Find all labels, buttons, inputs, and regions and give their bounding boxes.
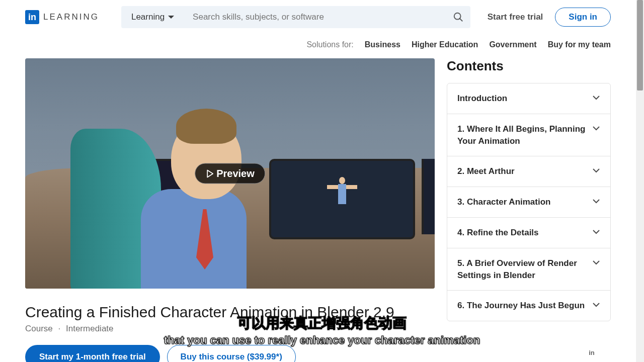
nav-higher-education[interactable]: Higher Education (412, 40, 478, 49)
start-trial-button[interactable]: Start my 1-month free trial (25, 345, 160, 362)
nav-buy-for-team[interactable]: Buy for my team (548, 40, 611, 49)
scrollbar-track[interactable] (636, 0, 644, 362)
sign-in-button[interactable]: Sign in (555, 8, 611, 27)
linkedin-logo-icon: in (25, 10, 39, 24)
separator: · (58, 324, 61, 333)
chevron-down-icon (592, 124, 600, 132)
section-refine-details[interactable]: 4. Refine the Details (447, 218, 610, 248)
course-meta: Course · Intermediate (25, 324, 435, 334)
scene-monitor (422, 159, 435, 234)
svg-line-1 (460, 19, 463, 22)
chevron-down-icon (592, 228, 600, 236)
section-label: 4. Refine the Details (457, 227, 586, 239)
svg-point-0 (454, 13, 461, 20)
logo[interactable]: in LEARNING (25, 10, 99, 24)
chevron-down-icon (592, 94, 600, 102)
search-button[interactable] (446, 6, 470, 28)
search-group: Learning (121, 6, 470, 28)
course-level: Intermediate (66, 324, 114, 333)
section-label: 1. Where It All Begins, Planning Your An… (457, 123, 586, 147)
caret-down-icon (168, 15, 175, 20)
dropdown-label: Learning (131, 12, 165, 22)
section-journey-begun[interactable]: 6. The Journey Has Just Begun (447, 291, 610, 321)
nav-government[interactable]: Government (489, 40, 536, 49)
section-label: Introduction (457, 93, 586, 105)
scene-character-hair (176, 109, 236, 144)
preview-label: Preview (216, 168, 255, 179)
chevron-down-icon (592, 166, 600, 174)
course-type: Course (25, 324, 53, 333)
chevron-down-icon (592, 197, 600, 205)
scrollbar-thumb[interactable] (637, 0, 643, 90)
search-input[interactable] (185, 6, 446, 28)
video-preview[interactable]: Preview (25, 58, 435, 289)
section-meet-arthur[interactable]: 2. Meet Arthur (447, 156, 610, 187)
buy-course-button[interactable]: Buy this course ($39.99*) (167, 345, 296, 362)
solutions-nav: Solutions for: Business Higher Education… (0, 34, 636, 58)
section-label: 2. Meet Arthur (457, 165, 586, 177)
search-icon (453, 12, 464, 23)
brand-text: LEARNING (43, 12, 99, 22)
preview-button[interactable]: Preview (195, 163, 265, 184)
section-render-settings[interactable]: 5. A Brief Overview of Render Settings i… (447, 248, 610, 291)
chevron-down-icon (592, 301, 600, 309)
chevron-down-icon (592, 258, 600, 266)
scene-tpose-figure (327, 174, 357, 214)
nav-business[interactable]: Business (365, 40, 400, 49)
play-icon (205, 169, 214, 178)
contents-accordion: Introduction 1. Where It All Begins, Pla… (447, 83, 611, 321)
section-planning[interactable]: 1. Where It All Begins, Planning Your An… (447, 114, 610, 157)
scene-character-body (141, 189, 247, 289)
solutions-label: Solutions for: (306, 40, 353, 49)
section-introduction[interactable]: Introduction (447, 83, 610, 114)
start-free-trial-link[interactable]: Start free trial (488, 12, 543, 22)
course-title: Creating a Finished Character Animation … (25, 304, 435, 321)
section-label: 6. The Journey Has Just Begun (457, 300, 586, 312)
contents-heading: Contents (447, 58, 611, 74)
section-character-animation[interactable]: 3. Character Animation (447, 187, 610, 218)
section-label: 5. A Brief Overview of Render Settings i… (457, 257, 586, 282)
section-label: 3. Character Animation (457, 196, 586, 208)
category-dropdown[interactable]: Learning (121, 6, 185, 28)
